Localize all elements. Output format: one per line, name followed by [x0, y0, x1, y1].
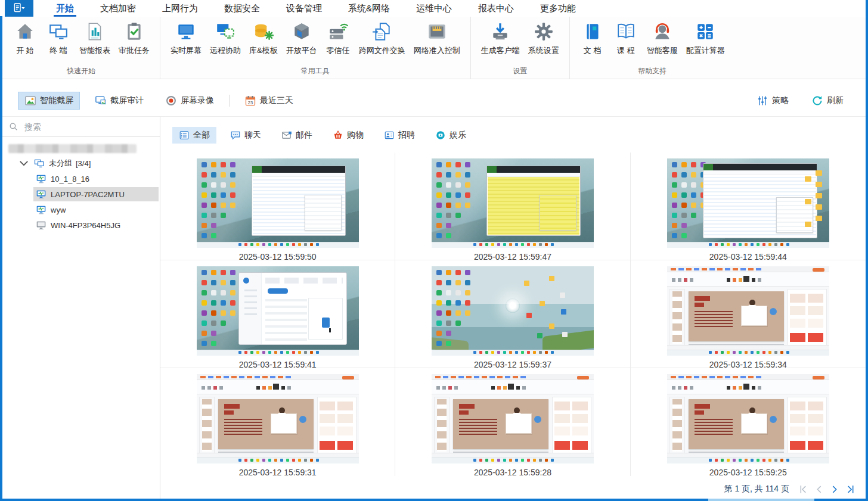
pc-online-icon [36, 204, 46, 215]
screenshot-thumbnail[interactable] [667, 374, 829, 463]
tree-node-1[interactable]: LAPTOP-7PAC2MTU [2, 186, 160, 202]
tab-4[interactable]: 设备管理 [273, 0, 335, 17]
ribbon-item-terminals[interactable]: 终 端 [42, 19, 75, 56]
ribbon-item-realtime-screen[interactable]: 实时屏幕 [166, 19, 206, 56]
chevron-down-icon [18, 157, 30, 169]
generate-client-icon [490, 21, 510, 42]
ribbon-item-remote-assist[interactable]: 远程协助 [206, 19, 245, 56]
ribbon-item-settings-gear[interactable]: 系统设置 [524, 19, 563, 56]
tab-label: 运维中心 [416, 3, 452, 14]
ribbon-item-docs[interactable]: 文 档 [576, 19, 609, 56]
tree-group-label: 未分组 [49, 158, 72, 169]
screenshot-cell: 2025-03-12 15:59:34 [631, 260, 866, 368]
ribbon-item-zero-trust[interactable]: 零信任 [321, 19, 355, 56]
screenshot-thumbnail[interactable] [432, 266, 594, 356]
filter-mail[interactable]: 邮件 [275, 127, 319, 144]
screenshot-cell: 2025-03-12 15:59:47 [395, 153, 630, 260]
redacted-root-node[interactable] [8, 144, 137, 153]
pc-online-icon [36, 173, 46, 184]
tab-2[interactable]: 上网行为 [149, 0, 211, 17]
refresh-icon [811, 95, 823, 107]
screenshot-thumbnail[interactable] [432, 158, 594, 248]
tree-node-2[interactable]: wyw [2, 202, 160, 217]
ribbon-item-course[interactable]: 课 程 [609, 19, 643, 56]
toolbar-button-refresh[interactable]: 刷新 [805, 92, 850, 110]
ribbon-item-library-template[interactable]: 库&模板 [245, 19, 282, 56]
screenshot-cell: 2025-03-12 15:59:50 [160, 153, 395, 260]
ribbon-item-report[interactable]: 智能报表 [75, 19, 114, 56]
ribbon-item-support[interactable]: 智能客服 [643, 19, 682, 56]
toolbar-button-screen-record[interactable]: 屏幕录像 [159, 92, 221, 110]
main-menu-button[interactable] [5, 0, 33, 17]
category-filters: 全部聊天邮件购物招聘娱乐 [172, 127, 473, 144]
ribbon-item-label: 智能报表 [79, 45, 110, 56]
ribbon-item-network-access[interactable]: 网络准入控制 [410, 19, 464, 56]
page-indicator: 第 1 页, 共 114 页 [724, 484, 789, 494]
ribbon-item-calculator[interactable]: 配置计算器 [682, 19, 729, 56]
ribbon-group: 生成客户端系统设置设置 [471, 17, 570, 79]
toolbar-separator [229, 95, 230, 107]
tree-group-ungrouped[interactable]: 未分组[3/4] [2, 155, 160, 171]
tree-node-0[interactable]: 10_1_8_16 [2, 171, 160, 186]
filter-recruit[interactable]: 招聘 [377, 127, 421, 144]
ribbon-item-label: 网络准入控制 [414, 45, 460, 56]
ribbon-item-approval[interactable]: 审批任务 [114, 19, 154, 56]
toolbar-right-group: 策略刷新 [750, 92, 850, 110]
screenshot-thumbnail[interactable] [197, 158, 359, 248]
toolbar-button-smart-capture[interactable]: 智能截屏 [18, 92, 80, 110]
entertainment-icon [435, 130, 446, 141]
list-icon [179, 130, 190, 141]
screenshot-thumbnail[interactable] [667, 266, 829, 356]
tab-1[interactable]: 文档加密 [87, 0, 149, 17]
pc-online-icon [36, 189, 46, 200]
ribbon-item-cross-network-file[interactable]: 跨网文件交换 [355, 19, 410, 56]
prev-page-icon[interactable] [814, 484, 824, 494]
ribbon-group: 开 始终 端智能报表审批任务快速开始 [2, 17, 160, 79]
date-filter-button[interactable]: 23最近三天 [238, 92, 300, 110]
approval-icon [124, 21, 144, 42]
tab-label: 报表中心 [478, 3, 514, 14]
tab-6[interactable]: 运维中心 [403, 0, 465, 17]
next-page-icon[interactable] [830, 484, 840, 494]
support-icon [652, 21, 672, 42]
filter-shopping[interactable]: 购物 [326, 127, 370, 144]
ribbon-item-home[interactable]: 开 始 [8, 19, 42, 56]
screenshot-timestamp: 2025-03-12 15:59:25 [631, 468, 866, 477]
tab-3[interactable]: 数据安全 [211, 0, 273, 17]
toolbar-button-label: 策略 [772, 95, 789, 106]
recruit-icon [384, 130, 395, 141]
window-border-right [866, 0, 868, 501]
screenshot-thumbnail[interactable] [432, 374, 594, 463]
screenshot-cell: 2025-03-12 15:59:37 [395, 260, 630, 368]
report-icon [85, 21, 105, 42]
screenshot-thumbnail[interactable] [197, 374, 359, 463]
tab-8[interactable]: 更多功能 [527, 0, 589, 17]
toolbar-button-capture-audit[interactable]: 截屏审计 [88, 92, 150, 110]
filter-entertainment[interactable]: 娱乐 [429, 127, 473, 144]
screenshot-thumbnail[interactable] [667, 158, 829, 248]
docs-icon [582, 21, 603, 42]
tab-label: 设备管理 [286, 3, 322, 14]
tab-7[interactable]: 报表中心 [465, 0, 527, 17]
tree-node-3[interactable]: WIN-4FP3P64H5JG [2, 217, 160, 233]
toolbar-button-policy[interactable]: 策略 [750, 92, 795, 110]
ribbon-item-label: 远程协助 [210, 45, 241, 56]
first-page-icon[interactable] [798, 484, 808, 494]
network-access-icon [427, 21, 447, 42]
filter-list[interactable]: 全部 [172, 127, 216, 144]
screenshot-cell: 2025-03-12 15:59:31 [160, 368, 395, 476]
search-input[interactable] [23, 122, 154, 132]
search-box[interactable] [2, 117, 160, 137]
screenshot-thumbnail[interactable] [197, 266, 359, 356]
last-page-icon[interactable] [846, 484, 856, 494]
ribbon-item-generate-client[interactable]: 生成客户端 [477, 19, 524, 56]
ribbon-item-open-platform[interactable]: 开放平台 [282, 19, 321, 56]
tab-0[interactable]: 开始 [43, 0, 87, 17]
tree-node-label: LAPTOP-7PAC2MTU [51, 190, 125, 199]
filter-label: 邮件 [296, 130, 312, 141]
shopping-icon [333, 130, 343, 141]
pc-offline-icon [36, 220, 46, 231]
tab-5[interactable]: 系统&网络 [335, 0, 403, 17]
filter-chat[interactable]: 聊天 [224, 127, 268, 144]
sidebar-divider [160, 117, 160, 499]
